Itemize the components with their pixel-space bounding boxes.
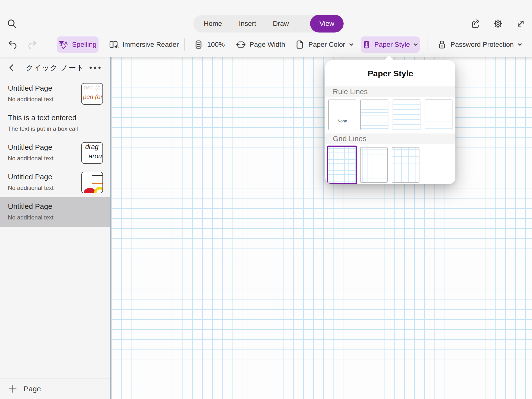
undo-icon xyxy=(6,39,17,50)
page-list-item[interactable]: Untitled Page No additional text drag ar… xyxy=(0,138,110,168)
page-thumbnail: pen (b pen (ora xyxy=(81,83,103,105)
add-page-label: Page xyxy=(24,385,41,393)
thumb-ink-stroke xyxy=(92,175,103,176)
page-thumbnail: drag arou xyxy=(81,142,103,164)
redo-icon xyxy=(28,39,38,50)
paper-option-medium-grid[interactable] xyxy=(360,147,388,183)
paper-color-label: Paper Color xyxy=(308,41,345,49)
note-canvas[interactable] xyxy=(111,57,532,399)
immersive-reader-label: Immersive Reader xyxy=(122,41,179,49)
rule-lines-options: None xyxy=(325,97,455,133)
tab-home[interactable]: Home xyxy=(204,20,222,28)
page-subtitle: No additional text xyxy=(8,184,78,191)
paper-style-icon xyxy=(362,39,371,50)
chevron-down-icon xyxy=(413,42,419,48)
tab-insert[interactable]: Insert xyxy=(239,20,256,28)
password-protection-label: Password Protection xyxy=(450,41,514,49)
page-subtitle: No additional text xyxy=(8,214,78,221)
page-title: This is a text entered in... xyxy=(8,114,78,122)
page-list-item-selected[interactable]: Untitled Page No additional text xyxy=(0,197,110,227)
tab-view[interactable]: View xyxy=(310,15,344,33)
tab-draw[interactable]: Draw xyxy=(273,20,289,28)
paper-option-narrow-rule[interactable] xyxy=(360,100,388,130)
page-thumbnail xyxy=(81,172,103,193)
chevron-down-icon xyxy=(348,42,354,48)
thumb-ink-text: drag xyxy=(85,143,99,151)
page-list-sidebar: クイック ノート Untitled Page No additional tex… xyxy=(0,57,111,399)
chevron-left-icon xyxy=(7,62,17,73)
plus-icon xyxy=(8,384,17,393)
undo-button[interactable] xyxy=(6,39,17,50)
paper-style-button[interactable]: Paper Style xyxy=(361,36,420,53)
search-icon xyxy=(6,18,17,29)
paper-color-icon xyxy=(294,39,305,50)
redo-button[interactable] xyxy=(28,39,38,50)
chevron-down-icon xyxy=(517,42,523,48)
share-button[interactable] xyxy=(470,18,481,29)
page-title: Untitled Page xyxy=(8,84,78,92)
top-chrome: Home Insert Draw View xyxy=(0,0,532,57)
paper-color-button[interactable]: Paper Color xyxy=(294,39,354,50)
rule-lines-section-label: Rule Lines xyxy=(325,86,455,97)
ribbon-tabbar: Home Insert Draw View xyxy=(193,15,335,33)
toolbar-divider xyxy=(428,38,428,51)
onenote-app: Home Insert Draw View xyxy=(0,0,532,399)
zoom-button[interactable]: 100% xyxy=(193,39,225,50)
page-subtitle: The text is put in a box called... xyxy=(8,125,78,132)
share-icon xyxy=(470,18,481,29)
more-options-button[interactable] xyxy=(87,62,103,73)
fullscreen-button[interactable] xyxy=(515,18,526,29)
grid-lines-section-label: Grid Lines xyxy=(325,133,455,144)
ellipsis-icon xyxy=(87,62,103,73)
paper-option-large-grid[interactable] xyxy=(392,147,419,183)
page-width-button[interactable]: Page Width xyxy=(235,39,285,50)
paper-option-college-rule[interactable] xyxy=(393,100,420,130)
page-width-label: Page Width xyxy=(249,41,285,49)
grid-lines-options xyxy=(325,144,455,183)
back-button[interactable] xyxy=(7,62,17,73)
thumb-ink-text: pen (ora xyxy=(83,93,103,100)
thumb-ink-stroke xyxy=(92,183,103,184)
password-protection-button[interactable]: Password Protection xyxy=(436,39,523,50)
gear-icon xyxy=(493,18,503,29)
spelling-button[interactable]: 字A Spelling xyxy=(57,36,99,53)
page-list-item[interactable]: This is a text entered in... The text is… xyxy=(0,109,110,138)
page-subtitle: No additional text xyxy=(8,96,78,103)
paper-option-small-grid-selected[interactable] xyxy=(327,146,357,184)
svg-text:字A: 字A xyxy=(59,40,68,46)
view-toolbar: 字A Spelling Immersive Reader xyxy=(0,33,532,57)
spelling-icon: 字A xyxy=(59,39,69,50)
none-label: None xyxy=(338,119,347,123)
search-button[interactable] xyxy=(6,18,17,29)
page-title: Untitled Page xyxy=(8,143,78,151)
page-title: Untitled Page xyxy=(8,202,78,211)
paper-option-none[interactable]: None xyxy=(328,100,356,130)
thumb-ink-text: pen (b xyxy=(84,84,100,91)
immersive-reader-icon xyxy=(108,39,119,50)
toolbar-divider xyxy=(49,38,49,51)
page-width-icon xyxy=(235,39,246,50)
paper-style-label: Paper Style xyxy=(374,41,410,49)
sidebar-header: クイック ノート xyxy=(0,57,110,79)
page-list-item[interactable]: Untitled Page No additional text pen (b … xyxy=(0,79,110,109)
page-list-item[interactable]: Untitled Page No additional text xyxy=(0,168,110,197)
add-page-button[interactable]: Page xyxy=(0,379,110,399)
paper-option-wide-rule[interactable] xyxy=(425,100,452,130)
title-row: Home Insert Draw View xyxy=(0,0,532,33)
immersive-reader-button[interactable]: Immersive Reader xyxy=(108,39,179,50)
thumb-ink-stroke xyxy=(94,187,103,193)
popup-title: Paper Style xyxy=(325,60,455,86)
expand-icon xyxy=(515,18,526,29)
zoom-label: 100% xyxy=(207,41,225,49)
toolbar-divider xyxy=(184,38,185,51)
lock-icon xyxy=(436,39,447,50)
settings-button[interactable] xyxy=(493,18,503,29)
window-actions xyxy=(470,18,526,29)
page-title: Untitled Page xyxy=(8,173,78,181)
paper-style-popup: Paper Style Rule Lines None Grid Lines xyxy=(325,60,455,184)
thumb-ink-text: arou xyxy=(89,152,102,160)
zoom-document-icon xyxy=(193,39,204,50)
popup-body: Paper Style Rule Lines None Grid Lines xyxy=(325,60,455,184)
spelling-label: Spelling xyxy=(72,41,97,49)
page-subtitle: No additional text xyxy=(8,155,78,162)
